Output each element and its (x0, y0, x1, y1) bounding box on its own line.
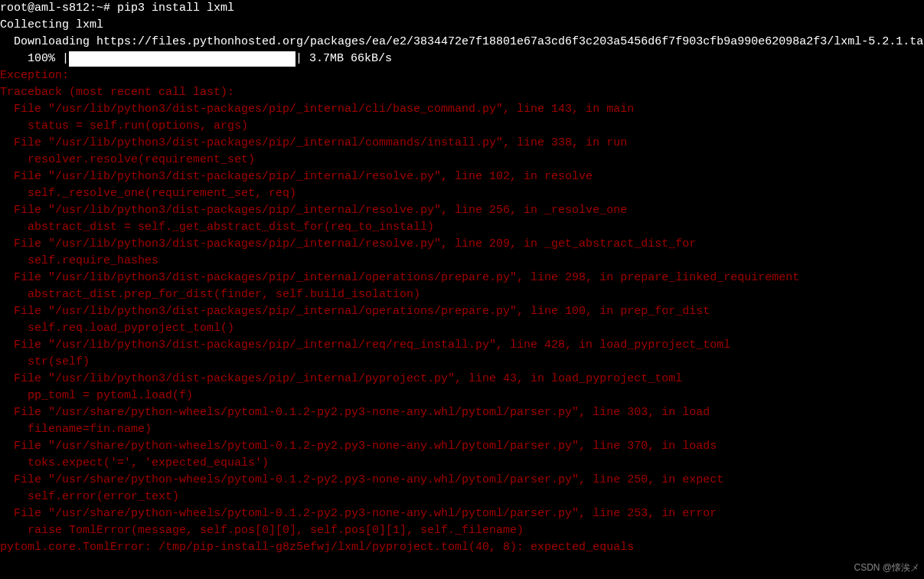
traceback-file-line: File "/usr/share/python-wheels/pytoml-0.… (0, 404, 924, 421)
traceback-code-line: status = self.run(options, args) (0, 118, 924, 135)
final-error: pytoml.core.TomlError: /tmp/pip-install-… (0, 539, 924, 556)
traceback-file-line: File "/usr/lib/python3/dist-packages/pip… (0, 337, 924, 354)
progress-percent: 100% | (0, 51, 69, 67)
traceback-code-line: str(self) (0, 354, 924, 371)
traceback-header: Traceback (most recent call last): (0, 84, 924, 101)
traceback-code-line: resolver.resolve(requirement_set) (0, 152, 924, 168)
traceback-code-line: self.require_hashes (0, 253, 924, 270)
traceback-file-line: File "/usr/lib/python3/dist-packages/pip… (0, 135, 924, 152)
traceback-file-line: File "/usr/lib/python3/dist-packages/pip… (0, 168, 924, 185)
download-line: Downloading https://files.pythonhosted.o… (0, 34, 924, 51)
traceback-code-line: abstract_dist = self._get_abstract_dist_… (0, 219, 924, 236)
traceback-file-line: File "/usr/lib/python3/dist-packages/pip… (0, 303, 924, 320)
traceback-code-line: self.error(error_text) (0, 489, 924, 505)
progress-right: | 3.7MB 66kB/s (295, 51, 392, 67)
traceback-file-line: File "/usr/share/python-wheels/pytoml-0.… (0, 438, 924, 455)
traceback-code-line: raise TomlError(message, self.pos[0][0],… (0, 522, 924, 539)
traceback-file-line: File "/usr/lib/python3/dist-packages/pip… (0, 202, 924, 219)
collecting-line: Collecting lxml (0, 17, 924, 34)
traceback-file-line: File "/usr/lib/python3/dist-packages/pip… (0, 236, 924, 253)
traceback-file-line: File "/usr/share/python-wheels/pytoml-0.… (0, 505, 924, 522)
traceback-code-line: self._resolve_one(requirement_set, req) (0, 185, 924, 202)
prompt-line[interactable]: root@aml-s812:~# pip3 install lxml (0, 0, 924, 17)
traceback-file-line: File "/usr/lib/python3/dist-packages/pip… (0, 101, 924, 118)
traceback-file-line: File "/usr/share/python-wheels/pytoml-0.… (0, 472, 924, 489)
traceback-file-line: File "/usr/lib/python3/dist-packages/pip… (0, 371, 924, 388)
traceback-code-line: toks.expect('=', 'expected_equals') (0, 455, 924, 472)
exception-header: Exception: (0, 67, 924, 84)
progress-bar-icon (69, 51, 295, 67)
traceback-code-line: filename=fin.name) (0, 421, 924, 438)
progress-line: 100% | | 3.7MB 66kB/s (0, 51, 392, 67)
watermark-text: CSDN @懐涘メ (854, 559, 919, 576)
terminal-output: root@aml-s812:~# pip3 install lxml Colle… (0, 0, 924, 556)
traceback-code-line: self.req.load_pyproject_toml() (0, 320, 924, 337)
traceback-code-line: pp_toml = pytoml.load(f) (0, 388, 924, 404)
traceback-file-line: File "/usr/lib/python3/dist-packages/pip… (0, 270, 924, 286)
traceback-code-line: abstract_dist.prep_for_dist(finder, self… (0, 286, 924, 303)
